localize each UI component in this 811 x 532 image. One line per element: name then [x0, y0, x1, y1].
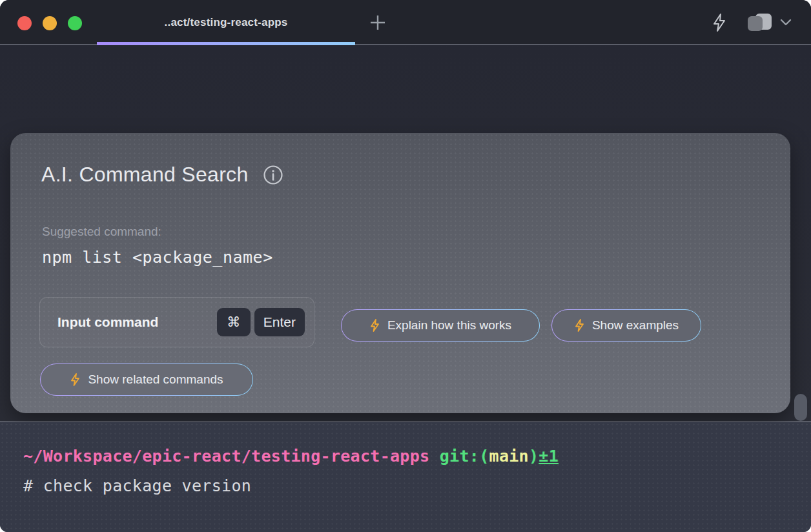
info-button[interactable] [263, 165, 283, 185]
lightning-icon [574, 319, 585, 332]
pill-label: Show examples [592, 318, 679, 332]
git-branch: main [489, 447, 529, 466]
title-bar: ..act/testing-react-apps [0, 0, 811, 45]
panes-icon [745, 12, 775, 34]
new-tab-button[interactable] [367, 12, 389, 34]
tab-active[interactable]: ..act/testing-react-apps [97, 0, 355, 45]
input-command-label: Input command [57, 314, 217, 330]
main-area: A.I. Command Search Suggested command: n… [0, 45, 811, 421]
prompt-path: ~/Workspace/epic-react/testing-react-app… [23, 447, 429, 466]
scrollbar-thumb[interactable] [794, 394, 807, 421]
explain-how-this-works-button[interactable]: Explain how this works [341, 309, 540, 342]
prompt-separator [429, 447, 439, 466]
enter-keycap: Enter [254, 308, 305, 336]
lightning-icon [70, 373, 81, 386]
shortcut-keys: ⌘ Enter [217, 308, 305, 336]
show-related-commands-button[interactable]: Show related commands [40, 363, 253, 396]
show-examples-button[interactable]: Show examples [551, 309, 701, 342]
info-icon [263, 165, 283, 185]
ai-command-search-panel: A.I. Command Search Suggested command: n… [10, 133, 790, 413]
cmd-keycap: ⌘ [217, 308, 251, 336]
tab-title: ..act/testing-react-apps [165, 16, 288, 29]
input-command-button[interactable]: Input command ⌘ Enter [39, 297, 314, 347]
pill-label: Show related commands [88, 373, 223, 387]
zoom-button[interactable] [68, 16, 82, 30]
titlebar-actions [710, 0, 792, 45]
terminal-output: ~/Workspace/epic-react/testing-react-app… [0, 422, 811, 532]
ai-lightning-button[interactable] [710, 13, 728, 32]
git-dirty-indicator: ±1 [539, 447, 559, 466]
pill-label: Explain how this works [387, 318, 511, 332]
suggested-command-text: npm list <package_name> [42, 248, 273, 267]
chevron-down-icon [780, 19, 792, 26]
close-button[interactable] [17, 16, 32, 30]
lightning-icon [710, 13, 728, 32]
shell-prompt: ~/Workspace/epic-react/testing-react-app… [23, 447, 811, 466]
window-layout-button[interactable] [745, 12, 792, 34]
lightning-icon [369, 319, 380, 332]
minimize-button[interactable] [43, 16, 57, 30]
suggested-command-label: Suggested command: [42, 225, 161, 239]
plus-icon [368, 13, 387, 32]
terminal-window: ..act/testing-react-apps [0, 0, 811, 532]
git-prefix: git:( [440, 447, 489, 466]
panel-title: A.I. Command Search [41, 163, 249, 187]
traffic-lights [17, 16, 82, 30]
git-suffix: ) [529, 447, 539, 466]
terminal-command: # check package version [23, 476, 811, 495]
